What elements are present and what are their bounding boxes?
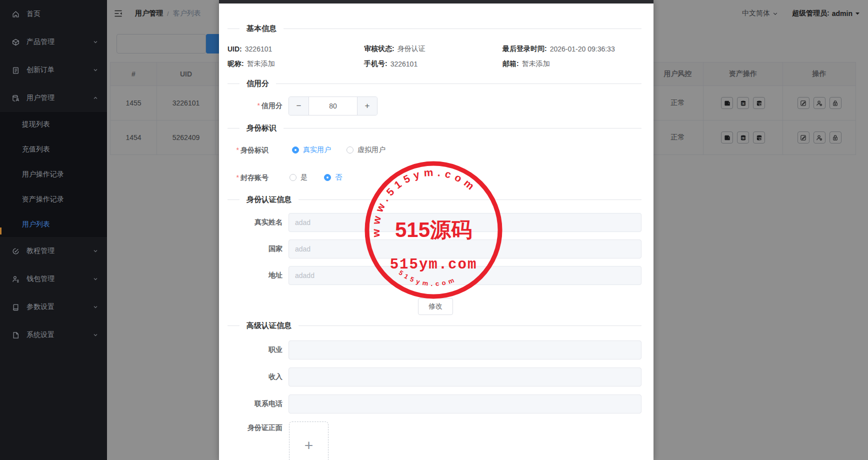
stepper-decrease-button[interactable]: −	[289, 97, 309, 115]
section-id-auth-info: 身份认证信息	[228, 195, 642, 204]
chevron-down-icon	[93, 40, 98, 44]
sidebar-item-home[interactable]: 首页	[0, 0, 107, 28]
credit-score-label: *信用分	[219, 102, 282, 110]
modify-button[interactable]: 修改	[418, 298, 453, 315]
field-audit-status: 审核状态:身份认证	[364, 44, 426, 54]
sidebar-submenu: 提现列表 充值列表 用户操作记录 资产操作记录 用户列表	[0, 112, 107, 237]
home-icon	[12, 10, 20, 18]
country-label: 国家	[219, 244, 282, 254]
radio-selected-icon[interactable]	[324, 174, 331, 181]
sidebar-item-withdraw-list[interactable]: 提现列表	[0, 112, 107, 137]
sidebar: 首页 产品管理 创新订单 用户管理	[0, 0, 107, 460]
sidebar-item-orders[interactable]: 创新订单	[0, 56, 107, 84]
radio-unselected-icon[interactable]	[290, 174, 296, 181]
contact-phone-input[interactable]	[288, 394, 642, 414]
modal-top-strip	[219, 0, 654, 4]
radio-unselected-icon[interactable]	[346, 146, 354, 154]
id-card-front-label: 身份证正面	[219, 424, 282, 432]
chevron-down-icon	[93, 332, 98, 338]
field-nickname: 昵称:暂未添加	[228, 59, 275, 69]
sidebar-item-users[interactable]: 用户管理	[0, 84, 107, 112]
sidebar-item-label: 用户管理	[26, 94, 54, 102]
sidebar-item-label: 首页	[26, 10, 40, 18]
real-name-input[interactable]	[288, 213, 642, 232]
credit-score-stepper: − 80 +	[288, 96, 378, 116]
user-edit-modal: 基本信息 UID:3226101 审核状态:身份认证 最后登录时间:2026-0…	[219, 0, 654, 460]
identity-label: *身份标识	[219, 146, 268, 155]
sidebar-item-tutorials[interactable]: 教程管理	[0, 237, 107, 265]
occupation-label: 职业	[219, 346, 282, 354]
section-advanced-auth-info: 高级认证信息	[228, 321, 642, 330]
section-title: 身份标识	[246, 124, 276, 133]
section-title: 信用分	[246, 79, 269, 88]
sidebar-item-user-op-log[interactable]: 用户操作记录	[0, 162, 107, 187]
sidebar-scrollbar-thumb[interactable]	[0, 228, 2, 234]
document-icon	[12, 332, 20, 339]
real-name-label: 真实姓名	[219, 218, 282, 227]
sidebar-item-asset-op-log[interactable]: 资产操作记录	[0, 187, 107, 212]
radio-real-user[interactable]: 真实用户	[292, 146, 331, 154]
users-db-icon	[12, 94, 20, 102]
income-input[interactable]	[288, 368, 642, 386]
sidebar-item-label: 产品管理	[26, 38, 54, 46]
field-email: 邮箱:暂未添加	[502, 59, 550, 69]
sidebar-item-label: 教程管理	[26, 246, 54, 256]
chevron-down-icon	[93, 304, 98, 310]
country-input[interactable]	[288, 240, 642, 258]
radio-seal-no[interactable]: 否	[324, 173, 342, 182]
radio-selected-icon[interactable]	[292, 146, 299, 154]
credit-score-value[interactable]: 80	[309, 97, 357, 115]
book-icon	[12, 304, 20, 311]
cube-icon	[12, 38, 20, 46]
radio-virtual-user[interactable]: 虚拟用户	[346, 146, 386, 154]
section-title: 身份认证信息	[246, 195, 292, 204]
sidebar-item-recharge-list[interactable]: 充值列表	[0, 137, 107, 162]
sidebar-item-system[interactable]: 系统设置	[0, 321, 107, 349]
address-label: 地址	[219, 271, 282, 280]
income-label: 收入	[219, 372, 282, 382]
chevron-down-icon	[93, 248, 98, 254]
id-card-front-upload[interactable]: +	[289, 422, 328, 460]
stepper-increase-button[interactable]: +	[357, 97, 377, 115]
field-last-login: 最后登录时间:2026-01-20 09:36:33	[502, 44, 615, 54]
address-input[interactable]	[288, 266, 642, 285]
section-title: 高级认证信息	[246, 321, 292, 330]
sidebar-item-label: 钱包管理	[26, 274, 54, 284]
sidebar-item-label: 参数设置	[26, 302, 54, 312]
tutorial-icon	[12, 248, 20, 255]
chevron-up-icon	[93, 96, 98, 100]
chevron-down-icon	[93, 68, 98, 72]
field-phone: 手机号:3226101	[364, 59, 418, 69]
sidebar-item-wallets[interactable]: 钱包管理	[0, 265, 107, 293]
section-credit-score: 信用分	[228, 79, 642, 88]
field-uid: UID:3226101	[228, 44, 272, 54]
section-title: 基本信息	[246, 24, 276, 34]
chevron-down-icon	[93, 276, 98, 282]
plus-icon: +	[304, 438, 314, 453]
occupation-input[interactable]	[288, 340, 642, 360]
screen: 首页 产品管理 创新订单 用户管理	[0, 0, 868, 460]
order-icon	[12, 66, 20, 74]
contact-phone-label: 联系电话	[219, 400, 282, 408]
seal-account-label: *封存账号	[219, 174, 268, 182]
radio-seal-yes[interactable]: 是	[290, 173, 308, 182]
section-basic-info: 基本信息	[228, 24, 642, 34]
sidebar-item-label: 创新订单	[26, 66, 54, 74]
section-identity: 身份标识	[228, 124, 642, 133]
sidebar-item-products[interactable]: 产品管理	[0, 28, 107, 56]
sidebar-item-user-list[interactable]: 用户列表	[0, 212, 107, 237]
wallet-user-icon	[12, 276, 20, 283]
sidebar-item-label: 系统设置	[26, 330, 54, 340]
sidebar-item-parameters[interactable]: 参数设置	[0, 293, 107, 321]
